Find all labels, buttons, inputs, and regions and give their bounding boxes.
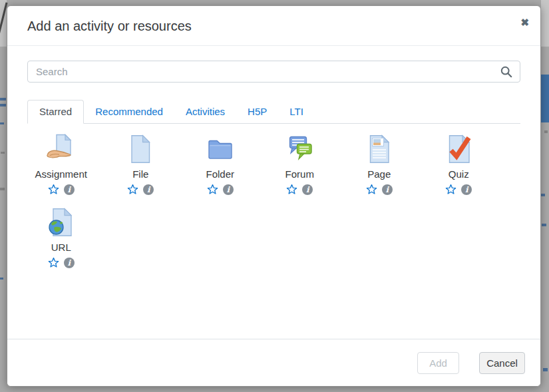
- activity-label: Folder: [206, 168, 234, 180]
- info-icon[interactable]: i: [302, 184, 313, 195]
- tab-lti[interactable]: LTI: [278, 100, 315, 123]
- activity-actions: i: [127, 184, 154, 195]
- backdrop-button-fragment: [541, 75, 549, 122]
- close-icon[interactable]: ✖: [520, 17, 529, 27]
- backdrop-page-fragment: [0, 122, 4, 124]
- star-icon[interactable]: [366, 184, 377, 195]
- star-icon[interactable]: [127, 184, 138, 195]
- activity-tile-url[interactable]: URL i: [21, 206, 101, 268]
- search-input[interactable]: [28, 61, 520, 82]
- tab-starred[interactable]: Starred: [27, 100, 84, 124]
- star-icon[interactable]: [445, 184, 457, 195]
- backdrop-page-fragment: [543, 368, 548, 371]
- backdrop-page-fragment: [544, 130, 548, 133]
- activity-label: Assignment: [35, 168, 87, 180]
- star-icon[interactable]: [48, 184, 59, 195]
- backdrop-page-fragment: [542, 224, 546, 226]
- backdrop-page-fragment: [0, 188, 5, 190]
- activity-tile-folder[interactable]: Folder i: [180, 133, 260, 195]
- info-icon[interactable]: i: [461, 184, 472, 195]
- activity-actions: i: [286, 184, 313, 195]
- activity-actions: i: [207, 184, 234, 195]
- activity-grid: Assignment i File i: [21, 133, 527, 280]
- star-icon[interactable]: [48, 257, 59, 268]
- tab-bar: Starred Recommended Activities H5P LTI: [27, 100, 520, 124]
- add-button[interactable]: Add: [417, 352, 459, 374]
- cancel-button[interactable]: Cancel: [479, 352, 525, 374]
- page-icon: [363, 133, 395, 165]
- backdrop-page-fragment: [0, 98, 6, 100]
- forum-icon: [283, 133, 315, 165]
- activity-label: Forum: [285, 168, 314, 180]
- search-icon[interactable]: [500, 66, 512, 78]
- modal-body: Starred Recommended Activities H5P LTI A…: [7, 61, 540, 280]
- activity-label: File: [132, 168, 148, 180]
- activity-tile-file[interactable]: File i: [101, 133, 181, 195]
- activity-tile-page[interactable]: Page i: [339, 133, 419, 195]
- backdrop-page-fragment: [1, 152, 5, 154]
- assignment-icon: [45, 133, 77, 165]
- url-icon: [45, 206, 77, 238]
- tab-recommended[interactable]: Recommended: [84, 100, 174, 123]
- activity-actions: i: [48, 257, 75, 268]
- info-icon[interactable]: i: [64, 258, 75, 268]
- backdrop-page-fragment: [0, 104, 6, 106]
- backdrop-page-fragment: [541, 0, 549, 47]
- add-activity-modal: Add an activity or resources ✖ Starred R…: [7, 5, 541, 387]
- file-icon: [124, 133, 156, 165]
- info-icon[interactable]: i: [223, 184, 234, 195]
- info-icon[interactable]: i: [64, 184, 75, 195]
- info-icon[interactable]: i: [143, 184, 154, 195]
- star-icon[interactable]: [207, 184, 218, 195]
- activity-label: URL: [51, 241, 71, 254]
- folder-icon: [204, 133, 236, 165]
- tab-h5p[interactable]: H5P: [236, 100, 278, 123]
- activity-label: Quiz: [449, 168, 469, 180]
- activity-tile-forum[interactable]: Forum i: [260, 133, 340, 195]
- activity-actions: i: [445, 184, 472, 195]
- quiz-icon: [443, 133, 474, 165]
- activity-tile-quiz[interactable]: Quiz i: [419, 133, 499, 195]
- star-icon[interactable]: [286, 184, 297, 195]
- search-box: [27, 61, 520, 83]
- modal-title: Add an activity or resources: [27, 6, 192, 46]
- tab-activities[interactable]: Activities: [174, 100, 236, 123]
- backdrop-page-fragment: [541, 194, 545, 196]
- modal-footer: Add Cancel: [7, 339, 540, 386]
- activity-actions: i: [48, 184, 75, 195]
- modal-header: Add an activity or resources ✖: [7, 6, 540, 46]
- info-icon[interactable]: i: [382, 184, 393, 195]
- activity-tile-assignment[interactable]: Assignment i: [21, 133, 101, 195]
- activity-label: Page: [367, 168, 391, 180]
- backdrop-page-fragment: [0, 278, 3, 280]
- activity-actions: i: [366, 184, 393, 195]
